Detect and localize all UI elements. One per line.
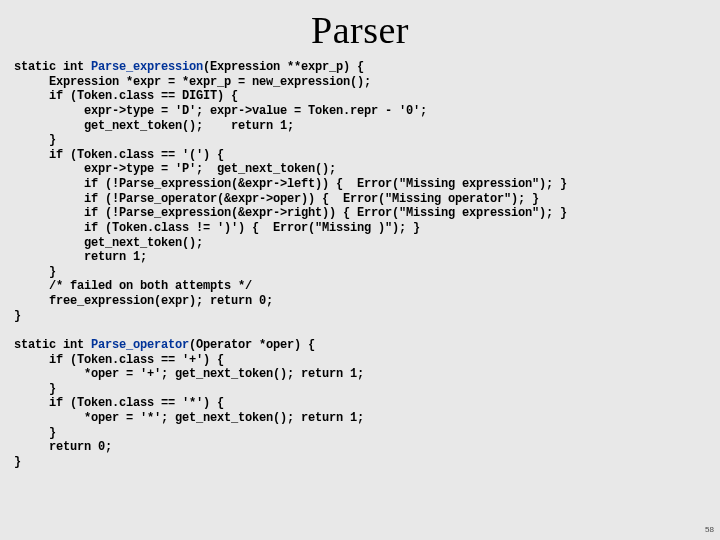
code-line: static int [14,60,91,74]
code-line: } [14,309,21,323]
code-line: (Expression **expr_p) { [203,60,364,74]
code-line: /* failed on both attempts */ [14,279,252,293]
code-line: *oper = '*'; get_next_token(); return 1; [14,411,364,425]
slide-title: Parser [14,8,706,52]
code-line: if (!Parse_expression(&expr->left)) { Er… [14,177,567,191]
code-line: } [14,426,56,440]
function-name: Parse_operator [91,338,189,352]
code-line: return 0; [14,440,112,454]
code-line: if (Token.class == DIGIT) { [14,89,238,103]
code-line: expr->type = 'P'; get_next_token(); [14,162,336,176]
code-line: if (Token.class == '+') { [14,353,224,367]
code-block-1: static int Parse_expression(Expression *… [14,60,706,470]
code-line: } [14,382,56,396]
code-line: free_expression(expr); return 0; [14,294,273,308]
code-line: static int [14,338,91,352]
function-name: Parse_expression [91,60,203,74]
code-line: if (Token.class == '*') { [14,396,224,410]
code-line: get_next_token(); return 1; [14,119,294,133]
code-line: } [14,265,56,279]
code-line: } [14,133,56,147]
code-line: return 1; [14,250,147,264]
code-line: if (!Parse_expression(&expr->right)) { E… [14,206,567,220]
code-line: Expression *expr = *expr_p = new_express… [14,75,371,89]
code-line: } [14,455,21,469]
code-line: if (Token.class != ')') { Error("Missing… [14,221,420,235]
code-line: get_next_token(); [14,236,203,250]
code-line: expr->type = 'D'; expr->value = Token.re… [14,104,427,118]
code-line: if (!Parse_operator(&expr->oper)) { Erro… [14,192,539,206]
code-line: *oper = '+'; get_next_token(); return 1; [14,367,364,381]
slide: Parser static int Parse_expression(Expre… [0,0,720,540]
code-line: if (Token.class == '(') { [14,148,224,162]
page-number: 58 [705,525,714,534]
code-line: (Operator *oper) { [189,338,315,352]
